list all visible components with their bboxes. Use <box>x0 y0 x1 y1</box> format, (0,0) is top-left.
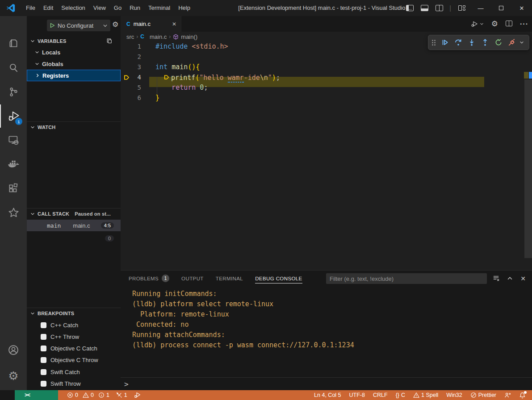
breakpoint-objc-throw[interactable]: Objective C Throw <box>27 354 121 366</box>
step-over-icon[interactable] <box>452 37 464 48</box>
step-out-icon[interactable] <box>479 37 491 48</box>
close-button[interactable]: ✕ <box>511 0 532 16</box>
checkbox[interactable] <box>41 334 46 340</box>
scope-locals[interactable]: Locals <box>27 46 121 58</box>
menu-file[interactable]: File <box>22 0 39 16</box>
breakpoint-cpp-throw[interactable]: C++ Throw <box>27 331 121 342</box>
breadcrumb-file[interactable]: main.c <box>150 33 167 40</box>
toolchain-indicator[interactable]: 1 <box>116 392 127 398</box>
problems-summary[interactable]: 0 0 1 <box>67 392 109 398</box>
watch-section-header[interactable]: WATCH <box>27 121 121 132</box>
gear-icon[interactable]: ⚙ <box>491 20 498 28</box>
debug-gear-icon[interactable]: ⚙ <box>112 21 118 28</box>
menu-view[interactable]: View <box>89 0 110 16</box>
drag-handle[interactable] <box>432 40 436 46</box>
checkbox[interactable] <box>41 381 46 387</box>
extensions-icon[interactable] <box>0 177 27 200</box>
wamr-star-icon[interactable] <box>0 201 27 224</box>
customize-layout-icon[interactable] <box>458 5 466 11</box>
eol-indicator[interactable]: CRLF <box>373 392 388 398</box>
menu-edit[interactable]: Edit <box>39 0 57 16</box>
line-number[interactable]: 2 <box>132 52 141 62</box>
debug-console-input[interactable]: > <box>121 377 532 390</box>
stack-frame-row[interactable]: main main.c 4:5 <box>27 220 121 231</box>
debug-console-output[interactable]: Running initCommands: (lldb) platform se… <box>121 286 532 378</box>
line-number[interactable]: 3 <box>132 62 141 72</box>
code-editor[interactable]: 1 #include <stdio.h> 2 3 int main(){ 4 p… <box>121 42 532 270</box>
spell-checker-status[interactable]: 1 Spell <box>413 392 438 398</box>
remote-indicator[interactable]: >< <box>15 390 58 400</box>
clear-console-icon[interactable] <box>493 275 499 282</box>
platform-indicator[interactable]: Win32 <box>446 392 462 398</box>
explorer-icon[interactable] <box>0 32 27 55</box>
debug-current-line-arrow-icon[interactable] <box>121 72 132 83</box>
breadcrumb-folder[interactable]: src <box>126 33 134 40</box>
copy-icon[interactable] <box>106 38 113 44</box>
debug-config-dropdown[interactable]: No Configurat <box>47 20 110 31</box>
split-editor-icon[interactable] <box>506 20 512 28</box>
scope-globals[interactable]: Globals <box>27 58 121 70</box>
checkbox[interactable] <box>41 322 46 328</box>
cursor-position[interactable]: Ln 4, Col 5 <box>314 392 341 398</box>
breakpoint-swift-throw[interactable]: Swift Throw <box>27 378 121 389</box>
menu-help[interactable]: Help <box>174 0 194 16</box>
breakpoints-section-header[interactable]: BREAKPOINTS <box>27 308 121 318</box>
menu-selection[interactable]: Selection <box>57 0 89 16</box>
line-number[interactable]: 4 <box>132 72 141 83</box>
line-number[interactable]: 6 <box>132 93 141 103</box>
call-stack-section-header[interactable]: CALL STACK Paused on st... <box>27 208 121 219</box>
step-into-icon[interactable] <box>466 37 478 48</box>
vertical-scrollbar[interactable] <box>524 79 532 258</box>
tab-problems[interactable]: PROBLEMS 1 <box>129 275 169 282</box>
search-icon[interactable] <box>0 56 27 79</box>
tab-main-c[interactable]: C main.c ✕ <box>121 16 181 32</box>
variables-section-header[interactable]: VARIABLES <box>27 36 121 46</box>
checkbox[interactable] <box>41 357 46 363</box>
maximize-panel-icon[interactable] <box>507 275 513 281</box>
tab-debug-console[interactable]: DEBUG CONSOLE <box>255 276 302 281</box>
accounts-icon[interactable] <box>0 338 27 362</box>
notifications-bell-icon[interactable] <box>519 392 526 399</box>
line-number[interactable]: 1 <box>132 42 141 52</box>
frame-function: main <box>47 222 61 229</box>
chevron-down-icon[interactable] <box>519 40 524 45</box>
language-mode[interactable]: {} C <box>396 392 405 398</box>
breakpoint-objc-catch[interactable]: Objective C Catch <box>27 342 121 354</box>
disconnect-icon[interactable] <box>506 37 518 48</box>
feedback-icon[interactable] <box>504 392 511 399</box>
remote-explorer-icon[interactable] <box>0 129 27 152</box>
run-or-debug-button[interactable] <box>471 20 484 28</box>
line-number[interactable]: 5 <box>132 83 141 93</box>
scope-registers[interactable]: Registers <box>27 70 121 81</box>
restart-icon[interactable] <box>493 37 504 48</box>
formatter-status[interactable]: Prettier <box>470 392 496 398</box>
encoding-indicator[interactable]: UTF-8 <box>349 392 365 398</box>
minimize-button[interactable]: — <box>470 0 491 16</box>
breakpoint-cpp-catch[interactable]: C++ Catch <box>27 319 121 331</box>
config-dropdown-label: No Configurat <box>58 22 103 29</box>
continue-icon[interactable] <box>439 37 451 48</box>
start-debug-icon[interactable] <box>50 23 55 28</box>
toggle-sidebar-icon[interactable] <box>406 5 414 11</box>
breakpoint-swift-catch[interactable]: Swift Catch <box>27 366 121 378</box>
tab-output[interactable]: OUTPUT <box>181 276 204 281</box>
settings-gear-icon[interactable]: ⚙ <box>0 364 27 388</box>
debug-status-icon[interactable] <box>134 392 141 399</box>
more-actions-icon[interactable]: ··· <box>520 20 528 28</box>
checkbox[interactable] <box>41 369 46 375</box>
menu-run[interactable]: Run <box>126 0 144 16</box>
menu-go[interactable]: Go <box>110 0 126 16</box>
console-filter-input[interactable] <box>326 273 487 284</box>
maximize-button[interactable] <box>491 0 511 16</box>
run-and-debug-icon[interactable]: 1 <box>0 104 27 128</box>
breadcrumb-symbol[interactable]: main() <box>181 33 197 40</box>
source-control-icon[interactable] <box>0 80 27 104</box>
tab-close-icon[interactable]: ✕ <box>172 21 176 27</box>
checkbox[interactable] <box>41 346 46 351</box>
docker-icon[interactable] <box>0 153 27 176</box>
tab-terminal[interactable]: TERMINAL <box>216 276 243 281</box>
toggle-secondary-sidebar-icon[interactable] <box>436 5 443 11</box>
menu-terminal[interactable]: Terminal <box>144 0 174 16</box>
toggle-panel-icon[interactable] <box>421 5 428 11</box>
close-panel-icon[interactable]: ✕ <box>520 275 526 282</box>
